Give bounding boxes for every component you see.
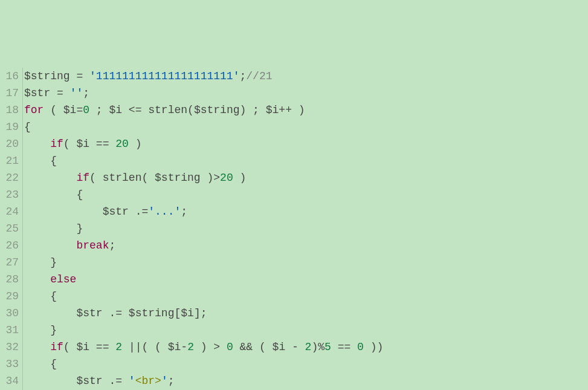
- code-token: <= strlen(: [122, 104, 194, 116]
- line-number: 31: [2, 322, 19, 339]
- code-token: if: [50, 138, 63, 150]
- code-token: $str: [76, 307, 102, 319]
- code-line[interactable]: $str = '';: [23, 85, 588, 102]
- line-number: 16: [2, 68, 19, 85]
- code-token: .=: [129, 206, 148, 218]
- code-token: $i: [109, 104, 122, 116]
- code-token: $i: [181, 307, 194, 319]
- code-editor[interactable]: 1617181920212223242526272829303132333435…: [0, 68, 588, 390]
- code-line[interactable]: }: [23, 220, 588, 237]
- code-line[interactable]: for ( $i=0 ; $i <= strlen($string) ; $i+…: [23, 102, 588, 119]
- code-token: [24, 206, 103, 218]
- code-token: .=: [103, 375, 129, 387]
- code-token: break: [76, 239, 109, 252]
- line-number: 20: [2, 135, 19, 152]
- code-token: ;: [83, 87, 89, 99]
- code-token: //21: [246, 70, 272, 82]
- code-token: $i: [168, 341, 181, 353]
- code-token: if: [76, 172, 89, 184]
- code-token: 20: [115, 138, 129, 150]
- code-line[interactable]: {: [23, 186, 588, 203]
- code-token: ) >: [194, 341, 227, 353]
- code-token: ;: [89, 104, 109, 116]
- code-token: [24, 341, 50, 353]
- code-token: 0: [357, 341, 364, 353]
- code-line[interactable]: {: [23, 119, 588, 135]
- code-token: && (: [233, 341, 273, 353]
- code-line[interactable]: break;: [23, 237, 588, 254]
- code-line[interactable]: {: [23, 288, 588, 305]
- code-token: [24, 138, 50, 150]
- code-token: if: [50, 341, 63, 353]
- code-line[interactable]: $str .='...';: [23, 203, 588, 220]
- code-token: ==: [331, 341, 357, 353]
- code-token: $string: [155, 172, 201, 184]
- line-number: 33: [2, 356, 19, 372]
- code-token: $str: [76, 375, 102, 387]
- line-number: 19: [2, 119, 19, 135]
- code-line[interactable]: {: [23, 356, 588, 372]
- code-token: ;: [181, 206, 187, 218]
- code-token: $string: [194, 104, 240, 116]
- code-token: ): [129, 138, 142, 150]
- code-token: (: [44, 104, 63, 116]
- code-token: -: [285, 341, 305, 353]
- code-token: {: [24, 155, 57, 167]
- code-line[interactable]: if( $i == 2 ||( ( $i-2 ) > 0 && ( $i - 2…: [23, 339, 588, 356]
- code-token: }: [24, 256, 57, 268]
- code-token: {: [24, 290, 57, 302]
- code-token: ==: [89, 138, 115, 150]
- code-token: ;: [239, 70, 246, 82]
- code-token: $string: [129, 307, 175, 319]
- code-token: else: [50, 273, 76, 285]
- code-line[interactable]: if( $i == 20 ): [23, 135, 588, 152]
- code-line[interactable]: {: [23, 152, 588, 169]
- code-token: ;: [168, 375, 175, 387]
- code-token: )%: [311, 341, 325, 353]
- code-token: $i: [273, 341, 286, 353]
- code-token: ) ;: [240, 104, 266, 116]
- code-token: {: [24, 189, 83, 201]
- code-token: $string: [24, 70, 70, 82]
- code-token: [24, 375, 76, 387]
- code-token: ( strlen(: [89, 172, 155, 184]
- code-token: 0: [227, 341, 233, 353]
- code-area[interactable]: $string = '111111111111111111111';//21$s…: [23, 68, 588, 390]
- code-line[interactable]: else: [23, 271, 588, 288]
- code-token: ||( (: [122, 341, 168, 353]
- line-number: 21: [2, 152, 19, 169]
- code-token: '111111111111111111111': [89, 70, 239, 82]
- code-token: -: [181, 341, 187, 353]
- line-number: 30: [2, 305, 19, 322]
- code-token: $i: [76, 138, 89, 150]
- code-line[interactable]: }: [23, 254, 588, 271]
- code-line[interactable]: $str .= '<br>';: [23, 372, 588, 389]
- code-line[interactable]: $str .= $string[$i];: [23, 305, 588, 322]
- line-number: 32: [2, 339, 19, 356]
- line-number: 26: [2, 237, 19, 254]
- code-token: '...': [148, 206, 181, 218]
- line-gutter: 1617181920212223242526272829303132333435…: [0, 68, 23, 390]
- code-token: {: [24, 358, 57, 370]
- code-token: 5: [325, 341, 331, 353]
- code-line[interactable]: $string = '111111111111111111111';//21: [23, 68, 588, 85]
- line-number: 28: [2, 271, 19, 288]
- code-token: (: [63, 341, 77, 353]
- line-number: 22: [2, 169, 19, 186]
- code-token: )): [364, 341, 383, 353]
- code-token: [24, 172, 76, 184]
- code-token: ==: [89, 341, 115, 353]
- code-token: ];: [194, 307, 207, 319]
- code-token: (: [63, 138, 77, 150]
- code-token: =: [70, 70, 89, 82]
- code-token: }: [24, 223, 83, 235]
- line-number: 17: [2, 85, 19, 102]
- line-number: 27: [2, 254, 19, 271]
- code-line[interactable]: }: [23, 322, 588, 339]
- code-token: ': [129, 375, 135, 387]
- code-token: $i: [266, 104, 279, 116]
- code-line[interactable]: if( strlen( $string )>20 ): [23, 169, 588, 186]
- code-token: 20: [220, 172, 233, 184]
- code-token: ++ ): [279, 104, 305, 116]
- code-token: [24, 273, 50, 285]
